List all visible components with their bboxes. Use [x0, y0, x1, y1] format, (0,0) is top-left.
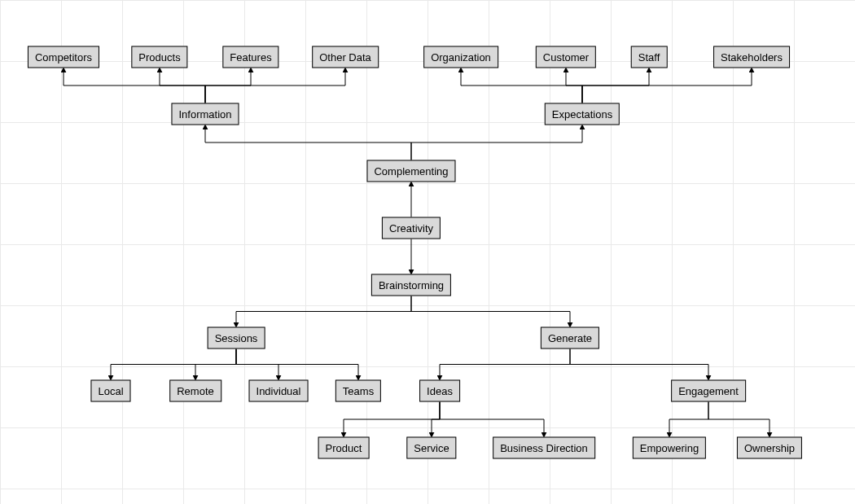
node-teams[interactable]: Teams — [335, 380, 381, 402]
node-complementing[interactable]: Complementing — [366, 160, 455, 182]
node-individual[interactable]: Individual — [249, 380, 309, 402]
edge-information-features — [205, 68, 251, 103]
node-staff[interactable]: Staff — [631, 46, 668, 68]
node-creativity[interactable]: Creativity — [382, 217, 441, 239]
edge-sessions-local — [111, 348, 236, 380]
edge-ideas-product — [344, 401, 440, 437]
canvas-grid — [0, 0, 855, 504]
node-brainstorming[interactable]: Brainstorming — [371, 274, 451, 296]
node-engagement[interactable]: Engagement — [671, 380, 746, 402]
node-organization[interactable]: Organization — [423, 46, 498, 68]
edge-brainstorming-generate — [411, 296, 570, 327]
node-remote[interactable]: Remote — [169, 380, 221, 402]
node-local[interactable]: Local — [90, 380, 130, 402]
edge-information-other_data — [205, 68, 345, 103]
node-other_data[interactable]: Other Data — [312, 46, 379, 68]
diagram-edges — [0, 0, 855, 504]
node-generate[interactable]: Generate — [541, 327, 599, 349]
edge-sessions-remote — [195, 348, 236, 380]
node-features[interactable]: Features — [222, 46, 278, 68]
node-customer[interactable]: Customer — [536, 46, 596, 68]
node-competitors[interactable]: Competitors — [28, 46, 99, 68]
edge-engagement-ownership — [708, 401, 770, 437]
node-ideas[interactable]: Ideas — [419, 380, 460, 402]
node-service[interactable]: Service — [406, 437, 456, 459]
node-sessions[interactable]: Sessions — [208, 327, 265, 349]
edge-expectations-staff — [582, 68, 649, 103]
edge-sessions-individual — [236, 348, 278, 380]
node-empowering[interactable]: Empowering — [633, 437, 706, 459]
node-business_dir[interactable]: Business Direction — [493, 437, 595, 459]
node-products[interactable]: Products — [131, 46, 187, 68]
node-ownership[interactable]: Ownership — [737, 437, 802, 459]
edge-sessions-teams — [236, 348, 358, 380]
edge-generate-ideas — [440, 348, 570, 380]
edge-expectations-customer — [566, 68, 582, 103]
edge-ideas-service — [432, 401, 440, 437]
node-information[interactable]: Information — [171, 103, 239, 125]
edge-complementing-information — [205, 125, 411, 160]
edge-ideas-business_dir — [440, 401, 544, 437]
edge-information-competitors — [64, 68, 205, 103]
edge-expectations-stakeholders — [582, 68, 752, 103]
node-product[interactable]: Product — [318, 437, 370, 459]
edge-engagement-empowering — [669, 401, 708, 437]
node-stakeholders[interactable]: Stakeholders — [713, 46, 790, 68]
edge-expectations-organization — [461, 68, 582, 103]
edge-brainstorming-sessions — [236, 296, 411, 327]
edge-complementing-expectations — [411, 125, 582, 160]
edge-generate-engagement — [570, 348, 708, 380]
edge-information-products — [160, 68, 205, 103]
node-expectations[interactable]: Expectations — [545, 103, 620, 125]
